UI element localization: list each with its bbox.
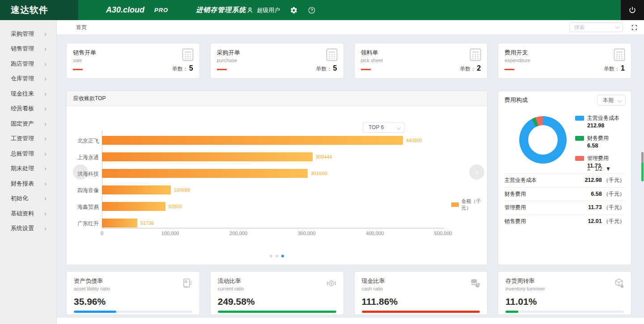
receivables-chart: TOP 6 金额（千元） ‹ › 北京正飞440800上海永通308444洪海科… <box>67 106 487 265</box>
system-name: 进销存管理系统 <box>196 6 246 14</box>
sidebar-item[interactable]: 仓库管理› <box>0 72 56 87</box>
receivables-chart-card: 应收账款TOP TOP 6 金额（千元） ‹ › <box>66 91 487 265</box>
chevron-right-icon: › <box>44 195 47 202</box>
box-icon <box>613 278 625 291</box>
x-axis-tick-label: 200,000 <box>229 231 247 236</box>
toolbar: 首页 <box>57 20 644 35</box>
currency-rotate-icon <box>326 278 337 291</box>
receipt-icon <box>182 278 193 291</box>
help-icon[interactable] <box>308 6 316 14</box>
expense-legend-item: 主营业务成本212.98 <box>575 114 619 129</box>
scrollbar-thumb-gray <box>641 152 644 163</box>
bar-value-label: 308444 <box>316 154 332 160</box>
sidebar-item-label: 总账管理 <box>11 150 34 158</box>
tab-home[interactable]: 首页 <box>76 24 87 31</box>
kpi-subtitle: asset libility ratio <box>74 286 192 291</box>
logout-button[interactable] <box>621 0 644 20</box>
user-name: 超级用户 <box>257 6 280 14</box>
expense-row-label: 财务费用 <box>504 190 526 198</box>
carousel-dot[interactable] <box>275 255 278 257</box>
chevron-right-icon: › <box>44 105 47 112</box>
kpi-title: 资产负债率 <box>74 277 192 285</box>
legend-swatch <box>575 136 584 141</box>
x-axis-tick-label: 300,000 <box>298 231 316 236</box>
sidebar-item-label: 财务报表 <box>11 180 34 188</box>
kpi-value: 249.58% <box>218 296 336 307</box>
sidebar-item[interactable]: 总账管理› <box>0 146 56 161</box>
bar-value-label: 301600 <box>311 171 327 176</box>
x-axis-tick-label: 100,000 <box>161 231 179 236</box>
sidebar-item[interactable]: 基础资料› <box>0 206 56 221</box>
sidebar-item[interactable]: 销售管理› <box>0 42 56 57</box>
calculator-icon <box>470 48 481 63</box>
sidebar-item[interactable]: 经营看板› <box>0 101 56 117</box>
sidebar-item[interactable]: 跑店管理› <box>0 56 56 72</box>
legend-label: 财务费用 <box>587 135 609 142</box>
carousel-dot[interactable] <box>270 255 272 257</box>
stat-card[interactable]: 采购开单purchase单数：5 <box>210 43 344 79</box>
expense-row-amount: 6.58 <box>591 191 602 197</box>
expense-row-value: 11.73 （千元） <box>588 204 625 211</box>
carousel-dot-active[interactable] <box>281 255 284 257</box>
legend-label: 主营业务成本 <box>587 114 619 122</box>
sidebar-item[interactable]: 期末处理› <box>0 161 56 177</box>
carousel-dots <box>67 255 487 257</box>
search-select[interactable] <box>569 22 623 32</box>
expense-legend-line: 主营业务成本 <box>575 114 619 122</box>
carousel-next-button[interactable]: › <box>469 164 484 180</box>
stat-card[interactable]: 领料单pick sheet单数：2 <box>354 43 488 79</box>
sidebar: 采购管理›销售管理›跑店管理›仓库管理›现金往来›经营看板›固定资产›工资管理›… <box>0 20 57 324</box>
bar <box>102 136 403 145</box>
stat-card[interactable]: 费用开支expenditure单数：1 <box>498 43 631 79</box>
sidebar-item[interactable]: 财务报表› <box>0 176 56 191</box>
dashboard-page: 速达软件 A30.cloud PRO 进销存管理系统 超级用户 采购管理›销售管… <box>0 0 644 324</box>
expense-row-label: 销售费用 <box>504 218 526 225</box>
chevron-right-icon: › <box>44 150 47 157</box>
calculator-icon <box>326 48 338 63</box>
sidebar-item[interactable]: 初始化› <box>0 191 56 206</box>
scrollbar-thumb-green <box>641 163 644 181</box>
stat-count-label: 单数： <box>316 66 332 72</box>
pager-up-icon[interactable]: ▲ <box>586 165 592 172</box>
sidebar-item[interactable]: 现金往来› <box>0 86 56 101</box>
sidebar-item[interactable]: 固定资产› <box>0 116 56 131</box>
expense-row-label: 主营业务成本 <box>504 177 537 184</box>
bar-value-label: 92800 <box>169 204 182 209</box>
expense-table-row: 主营业务成本212.98 （千元） <box>504 173 625 187</box>
main-row: 应收账款TOP TOP 6 金额（千元） ‹ › <box>66 91 631 265</box>
kpi-card: 现金比率cash ratio111.86% <box>354 271 488 315</box>
period-select[interactable]: 本期 <box>597 95 626 105</box>
stat-card-title: 销售开单 <box>73 49 193 57</box>
kpi-card-row: 资产负债率asset libility ratio35.96%流动比率curre… <box>66 271 631 315</box>
chevron-right-icon: › <box>44 30 47 38</box>
expense-row-amount: 12.01 <box>588 218 602 224</box>
sidebar-item[interactable]: 采购管理› <box>0 26 56 42</box>
stat-count: 单数：5 <box>172 64 193 73</box>
bar-value-label: 51736 <box>140 220 154 226</box>
pager-down-icon[interactable]: ▼ <box>606 165 611 172</box>
sidebar-item-label: 跑店管理 <box>11 60 34 68</box>
sidebar-item[interactable]: 工资管理› <box>0 131 56 147</box>
stat-count-value: 1 <box>621 64 625 72</box>
bar-category-label: 上海永通 <box>69 154 99 161</box>
expense-row-value: 12.01 （千元） <box>588 218 625 225</box>
stat-card[interactable]: 销售开单sale单数：5 <box>66 43 200 79</box>
fullscreen-icon[interactable] <box>631 24 638 31</box>
sidebar-item-label: 工资管理 <box>11 135 34 143</box>
legend-value: 212.98 <box>587 122 619 129</box>
sidebar-item[interactable]: 系统设置› <box>0 221 56 236</box>
sidebar-item-label: 系统设置 <box>11 224 34 232</box>
settings-icon[interactable] <box>290 6 298 14</box>
kpi-subtitle: current ratio <box>218 286 336 291</box>
search-input[interactable] <box>569 22 623 32</box>
user-menu[interactable]: 超级用户 <box>246 6 280 14</box>
topn-select-value: TOP 6 <box>369 124 384 130</box>
topn-select[interactable]: TOP 6 <box>363 122 405 133</box>
kpi-value: 11.01% <box>505 296 624 307</box>
kpi-progress-track <box>505 311 624 313</box>
sidebar-item-label: 期末处理 <box>11 164 34 173</box>
sidebar-item-label: 固定资产 <box>11 120 34 128</box>
kpi-progress-track <box>74 311 192 313</box>
sidebar-item-label: 现金往来 <box>11 90 34 98</box>
scrollbar[interactable] <box>641 152 644 181</box>
